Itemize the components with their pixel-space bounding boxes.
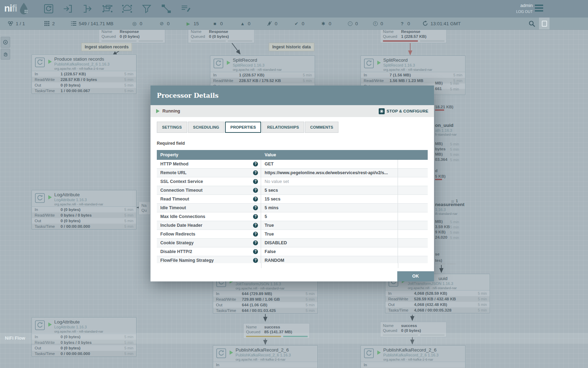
- stop-and-configure-button[interactable]: STOP & CONFIGURE: [379, 108, 428, 114]
- connection-name-row: NameResponse: [380, 29, 446, 34]
- stat-label: Read/Write: [35, 213, 61, 217]
- stat-window: 5 min: [124, 346, 133, 350]
- help-icon[interactable]: ?: [253, 162, 258, 166]
- processor-header: PublishKafkaRecord_2_6PublishKafkaRecord…: [213, 346, 317, 362]
- processor-tool-icon[interactable]: [43, 3, 55, 15]
- connection-row-clipped: Qu: [139, 208, 150, 213]
- help-icon[interactable]: ?: [253, 223, 258, 228]
- processor-name: PublishKafkaRecord_2_6: [383, 347, 436, 353]
- stat-window: 5 min: [453, 73, 462, 77]
- help-icon[interactable]: ?: [253, 240, 258, 245]
- processor-name: uuid: [439, 276, 448, 281]
- queued-value: 1 (228.57 KB): [401, 34, 426, 39]
- property-value: False: [261, 247, 398, 256]
- refresh-icon[interactable]: [422, 21, 428, 26]
- input-port-tool-icon[interactable]: [62, 3, 74, 15]
- running-triangle-icon: [227, 61, 230, 65]
- canvas-label[interactable]: Ingest station records: [81, 43, 132, 51]
- processor-publishkafkarecord-2-6[interactable]: PublishKafkaRecord_2_6PublishKafkaRecord…: [360, 345, 465, 368]
- clipped-fragment: neasurement: [435, 202, 464, 207]
- clipped-fragment: 661: [435, 87, 442, 91]
- processor-produce-station-records[interactable]: Produce station recordsPublishKafkaRecor…: [31, 54, 136, 94]
- running-triangle-icon: [48, 322, 52, 327]
- processor-header: LogAttributeLogAttribute 1.16.3org.apach…: [32, 318, 136, 334]
- connection-name: Response: [120, 29, 139, 34]
- stat-row: Out0 (0 bytes)5 min: [32, 218, 136, 224]
- connection-label[interactable]: NameResponseQueued0 (0 bytes): [188, 28, 254, 43]
- processor-publishkafkarecord-2-6[interactable]: PublishKafkaRecord_2_6PublishKafkaRecord…: [213, 345, 318, 368]
- stat-window: 5 min: [124, 207, 133, 212]
- help-icon[interactable]: ?: [253, 179, 258, 184]
- stat-row: In: [213, 362, 317, 368]
- search-icon[interactable]: [528, 20, 536, 27]
- clipped-fragment: 03.364: [435, 157, 447, 162]
- status-settings-tile[interactable]: [539, 18, 550, 29]
- tab-comments[interactable]: COMMENTS: [305, 122, 338, 133]
- help-icon[interactable]: ?: [253, 188, 258, 193]
- property-row-spacer: [398, 186, 428, 195]
- stat-label: Read/Write: [35, 77, 61, 82]
- connection-name: success: [264, 325, 280, 329]
- status-item-invalid: ▲0: [240, 18, 251, 29]
- tab-scheduling[interactable]: SCHEDULING: [188, 122, 225, 133]
- data-size-bar: [420, 40, 444, 42]
- canvas-label[interactable]: Ingest historic data: [269, 43, 314, 51]
- backpressure-bars: [102, 40, 162, 43]
- connection-label[interactable]: NameResponseQueued1 (228.57 KB): [380, 28, 447, 43]
- stat-label: In: [216, 363, 242, 367]
- output-port-tool-icon[interactable]: [82, 3, 94, 15]
- processor-type: LogAttribute 1.16.3: [54, 325, 87, 329]
- help-icon[interactable]: ?: [253, 170, 258, 175]
- stat-window: 5 min: [124, 77, 133, 82]
- properties-table: Property Value HTTP Method?GETRemote URL…: [157, 150, 428, 263]
- connection-name: Response: [401, 29, 420, 34]
- property-value: 5 secs: [261, 186, 398, 195]
- funnel-tool-icon[interactable]: [141, 3, 153, 15]
- tab-relationships[interactable]: RELATIONSHIPS: [262, 122, 304, 133]
- help-icon[interactable]: ?: [253, 232, 258, 237]
- status-value: 1 / 1: [16, 21, 25, 26]
- template-tool-icon[interactable]: [160, 3, 172, 15]
- processor-bundle: org.apache.nifi - nifi-standard-nar: [408, 286, 457, 290]
- stat-label: Read/Write: [213, 79, 239, 83]
- property-row: FlowFile Naming Strategy?RANDOM: [157, 256, 428, 263]
- stat-label: Tasks/Time: [35, 352, 61, 356]
- breadcrumb[interactable]: NiFi Flow: [5, 335, 25, 341]
- connection-label[interactable]: NaQu: [139, 202, 150, 215]
- stat-row: In: [361, 362, 465, 368]
- processor-stats: In0 (0 bytes)5 minRead/Write0 bytes / 0 …: [32, 206, 136, 229]
- not-transmitting-icon: ⊘: [159, 21, 164, 26]
- property-value: RANDOM: [261, 256, 398, 263]
- global-menu-icon[interactable]: [535, 5, 543, 13]
- process-group-tool-icon[interactable]: [102, 3, 113, 15]
- help-icon[interactable]: ?: [253, 249, 258, 254]
- property-name: Remote URL?: [157, 169, 261, 177]
- connection-queued-row: Queued0 (0 bytes): [188, 34, 254, 39]
- tab-properties[interactable]: PROPERTIES: [225, 122, 261, 133]
- processor-stats: In1 (228.57 KB)5 minRead/Write228.57 KB …: [32, 71, 136, 94]
- status-value: 0: [302, 21, 304, 26]
- operate-palette-toggle[interactable]: [1, 49, 10, 60]
- stat-row: In1 (228.57 KB)5 min: [210, 72, 315, 78]
- processor-header: PublishKafkaRecord_2_6PublishKafkaRecord…: [361, 346, 465, 362]
- connection-label[interactable]: NameResponseQueued0 (0 bytes): [99, 28, 165, 43]
- stat-label: Out: [388, 302, 414, 307]
- running-triangle-icon: [156, 109, 160, 113]
- logout-link[interactable]: LOG OUT: [516, 9, 533, 14]
- help-icon[interactable]: ?: [253, 258, 258, 263]
- stat-value: 1 / 00:00:00.067: [61, 89, 124, 93]
- stat-label: In: [364, 363, 390, 367]
- stat-value: 644 / 00:01:03.425: [242, 308, 306, 313]
- processor-logattribute[interactable]: LogAttributeLogAttribute 1.16.3org.apach…: [31, 190, 136, 230]
- remote-process-group-tool-icon[interactable]: [121, 3, 133, 15]
- property-row-spacer: [398, 247, 428, 256]
- tab-settings[interactable]: SETTINGS: [157, 122, 187, 133]
- help-icon[interactable]: ?: [253, 205, 258, 210]
- help-icon[interactable]: ?: [253, 214, 258, 219]
- stat-label: Read/Write: [216, 297, 242, 301]
- label-tool-icon[interactable]: [180, 3, 192, 15]
- ok-button[interactable]: OK: [397, 271, 434, 281]
- help-icon[interactable]: ?: [253, 197, 258, 202]
- operate-hand-icon: [3, 52, 8, 57]
- navigate-palette-toggle[interactable]: [1, 37, 10, 48]
